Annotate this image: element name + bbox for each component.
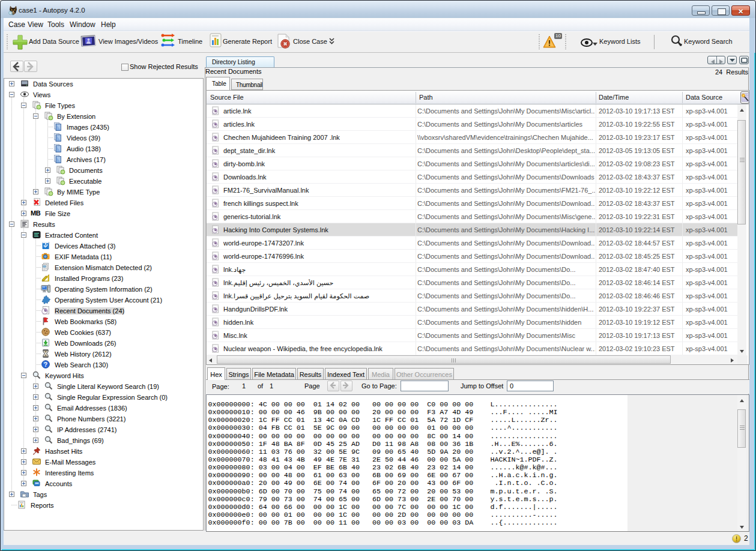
svg-text:?: ? [44, 361, 47, 368]
